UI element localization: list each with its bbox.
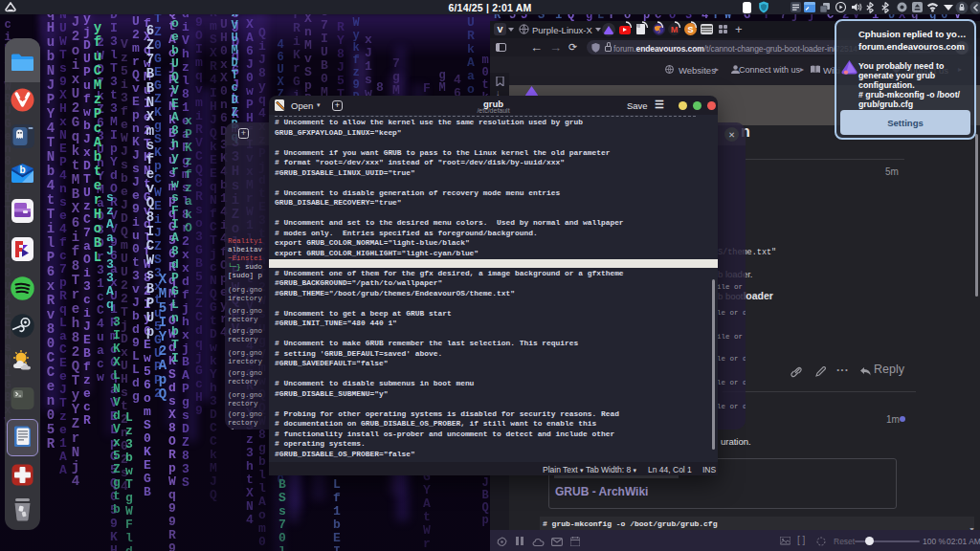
svg-text:b: b <box>19 165 25 175</box>
